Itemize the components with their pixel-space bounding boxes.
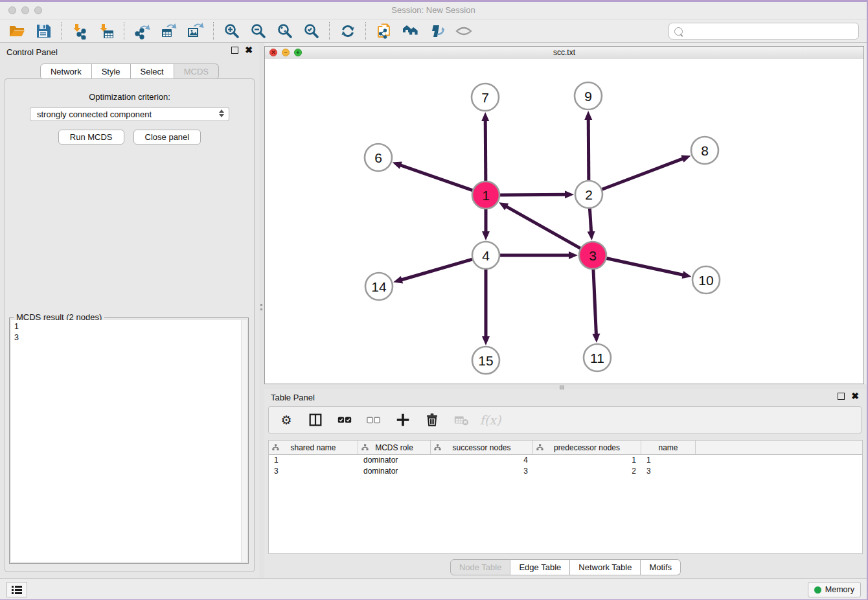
tab-node-table[interactable]: Node Table (450, 559, 511, 575)
duplicate-network-icon[interactable] (375, 22, 393, 40)
graph-node-9[interactable]: 9 (575, 82, 602, 110)
column-header-predecessor-nodes[interactable]: predecessor nodes (533, 441, 641, 454)
table-row[interactable]: 1dominator411 (269, 455, 862, 466)
refresh-view-icon[interactable] (339, 22, 356, 40)
statusbar: Memory (0, 578, 867, 599)
zoom-in-icon[interactable] (223, 22, 240, 40)
edge-2-8[interactable] (600, 158, 684, 190)
cell-name[interactable]: 3 (641, 466, 696, 477)
cell-shared-name[interactable]: 1 (269, 455, 358, 466)
zoom-selected-icon[interactable] (303, 22, 320, 40)
cell-predecessor-nodes[interactable]: 1 (533, 455, 641, 466)
graph-node-3[interactable]: 3 (579, 242, 606, 269)
tab-edge-table[interactable]: Edge Table (510, 559, 570, 575)
graph-node-1[interactable]: 1 (472, 181, 499, 209)
export-image-icon[interactable] (187, 22, 204, 40)
search-input[interactable] (686, 25, 858, 38)
arrowhead-icon (682, 271, 692, 279)
criterion-select[interactable]: strongly connected component (30, 107, 229, 121)
network-canvas[interactable]: 7968124314101511 (265, 59, 863, 384)
import-network-icon[interactable] (71, 22, 88, 40)
cell-successor-nodes[interactable]: 4 (431, 455, 533, 466)
memory-button[interactable]: Memory (808, 582, 861, 597)
table-panel: Table Panel ✖ ⚙f(x) shared nameMCDS role… (264, 389, 867, 578)
edge-4-14[interactable] (400, 259, 474, 280)
arrowhead-icon (482, 336, 490, 345)
edge-1-6[interactable] (399, 165, 474, 191)
cell-predecessor-nodes[interactable]: 2 (533, 466, 641, 477)
edge-1-7[interactable] (485, 119, 486, 183)
graph-node-6[interactable]: 6 (365, 144, 392, 171)
import-table-icon[interactable] (97, 22, 115, 40)
edge-3-10[interactable] (605, 258, 685, 275)
tab-network-table[interactable]: Network Table (570, 559, 641, 575)
mcds-panel: Optimization criterion: strongly connect… (5, 78, 255, 572)
column-header-MCDS-role[interactable]: MCDS role (358, 441, 431, 454)
task-history-button[interactable] (6, 582, 27, 597)
vertical-splitter[interactable] (259, 43, 264, 578)
table-tabs: Node TableEdge TableNetwork TableMotifs (264, 559, 867, 575)
edge-3-11[interactable] (593, 268, 597, 336)
cell-shared-name[interactable]: 3 (269, 466, 358, 477)
tab-mcds[interactable]: MCDS (174, 63, 219, 80)
float-panel-icon[interactable] (231, 47, 238, 54)
arrowhead-icon (588, 231, 595, 240)
svg-text:14: 14 (371, 279, 387, 294)
window-title: Session: New Session (0, 5, 867, 15)
edge-1-2[interactable] (498, 194, 567, 195)
column-header-shared-name[interactable]: shared name (269, 441, 358, 454)
close-table-panel-icon[interactable]: ✖ (851, 393, 859, 400)
export-table-icon[interactable] (160, 22, 177, 40)
arrowhead-icon (482, 231, 490, 240)
search-box[interactable] (668, 23, 859, 40)
graph-node-8[interactable]: 8 (691, 137, 718, 164)
tab-select[interactable]: Select (131, 63, 174, 80)
svg-text:3: 3 (589, 248, 597, 263)
cell-MCDS-role[interactable]: dominator (358, 455, 431, 466)
svg-text:2: 2 (585, 187, 593, 202)
column-header-name[interactable]: name (641, 441, 696, 454)
select-all-checkboxes-icon[interactable] (337, 412, 352, 428)
horizontal-splitter[interactable] (264, 384, 867, 389)
zoom-out-icon[interactable] (249, 22, 267, 40)
add-column-icon[interactable] (395, 412, 411, 428)
unselect-all-checkboxes-icon[interactable] (366, 412, 382, 428)
edge-2-9[interactable] (588, 118, 589, 182)
mcds-result-list[interactable]: 1 3 (11, 320, 247, 562)
close-panel-icon[interactable]: ✖ (245, 47, 253, 54)
home-icon[interactable] (402, 22, 419, 40)
graph-node-7[interactable]: 7 (472, 84, 499, 111)
close-panel-button[interactable]: Close panel (133, 130, 201, 144)
column-header-successor-nodes[interactable]: successor nodes (431, 441, 533, 454)
save-session-icon[interactable] (34, 22, 52, 40)
svg-text:10: 10 (698, 273, 713, 288)
graph-node-10[interactable]: 10 (692, 266, 720, 294)
graph-node-4[interactable]: 4 (472, 242, 499, 269)
export-network-icon[interactable] (133, 22, 151, 40)
delete-column-icon[interactable] (424, 412, 440, 428)
graph-node-11[interactable]: 11 (584, 344, 611, 371)
run-mcds-button[interactable]: Run MCDS (58, 130, 124, 144)
mcds-result-group: MCDS result (2 nodes) 1 3 (9, 317, 249, 564)
show-hide-graphics-icon[interactable] (455, 22, 472, 40)
tab-network[interactable]: Network (40, 63, 92, 80)
edge-3-1[interactable] (505, 206, 582, 249)
float-table-panel-icon[interactable] (838, 393, 845, 400)
edge-2-3[interactable] (589, 207, 591, 233)
cell-MCDS-role[interactable]: dominator (358, 466, 431, 477)
tab-style[interactable]: Style (92, 63, 131, 80)
open-session-icon[interactable] (8, 22, 25, 40)
cell-successor-nodes[interactable]: 3 (431, 466, 533, 477)
graph-node-15[interactable]: 15 (472, 347, 499, 374)
graph-node-14[interactable]: 14 (365, 273, 393, 300)
split-panel-icon[interactable] (308, 412, 323, 428)
cell-name[interactable]: 1 (641, 455, 696, 466)
graph-node-2[interactable]: 2 (575, 181, 602, 208)
network-window-titlebar[interactable]: ✕ − + scc.txt (265, 47, 863, 60)
result-scrollbar[interactable] (241, 320, 247, 562)
zoom-fit-icon[interactable] (276, 22, 293, 40)
table-row[interactable]: 3dominator323 (269, 466, 862, 477)
settings-gear-icon[interactable]: ⚙ (279, 412, 294, 428)
show-hide-labels-icon[interactable] (428, 22, 446, 40)
tab-motifs[interactable]: Motifs (641, 559, 681, 575)
